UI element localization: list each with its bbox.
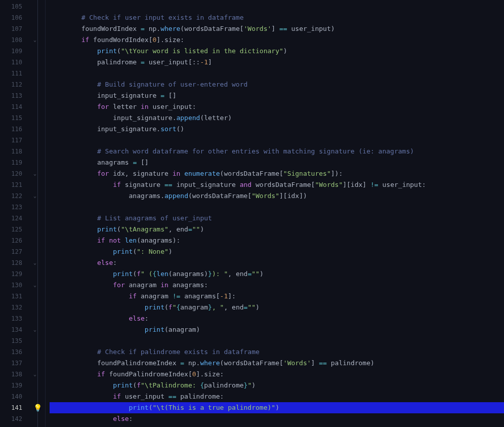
code-token: where [200, 359, 220, 367]
code-line[interactable]: print(f"{anagram}, ", end="") [50, 302, 504, 313]
code-line[interactable]: print(": None") [50, 246, 504, 257]
code-token: foundPalindromeIndex[ [105, 370, 192, 378]
code-line[interactable]: if foundPalindromeIndex[0].size: [50, 369, 504, 380]
code-line[interactable]: print("\t(This is a true palindrome)") [50, 402, 504, 413]
code-token [50, 281, 113, 289]
code-token: np. [184, 359, 200, 367]
code-token [50, 381, 113, 389]
code-line[interactable] [50, 1, 504, 12]
code-line[interactable]: if user_input == palindrome: [50, 391, 504, 402]
code-line[interactable]: # Search word dataframe for other entrie… [50, 146, 504, 157]
code-line[interactable]: if signature == input_signature and word… [50, 179, 504, 190]
code-token [50, 58, 97, 66]
line-number: 121 [0, 179, 31, 190]
code-line[interactable] [50, 68, 504, 79]
code-token: user_input[:: [145, 58, 200, 66]
code-token: (anagrams): [137, 237, 180, 244]
line-number: 124 [0, 213, 31, 224]
code-token: == [169, 393, 177, 400]
code-token: else [129, 315, 145, 322]
fold-marker-icon[interactable]: ⌄ [33, 190, 36, 202]
code-line[interactable]: anagrams = [] [50, 157, 504, 168]
code-token: ) [169, 248, 173, 255]
code-line[interactable]: if anagram != anagrams[-1]: [50, 291, 504, 302]
line-number: 136 [0, 346, 31, 358]
code-token [50, 147, 97, 155]
line-number: 115 [0, 112, 31, 124]
fold-marker-icon[interactable]: ⌄ [33, 324, 36, 335]
code-line[interactable] [50, 335, 504, 346]
code-token [50, 170, 97, 177]
code-token: anagrams [97, 159, 133, 166]
code-line[interactable]: else: [50, 257, 504, 268]
code-line[interactable]: else: [50, 313, 504, 324]
code-line[interactable]: anagrams.append(wordsDataFrame["Words"][… [50, 190, 504, 202]
code-editor[interactable]: 1051061071081091101111121131141151161171… [0, 0, 504, 427]
code-token: for [113, 281, 124, 289]
code-token: (wordsDataFrame[ [220, 170, 283, 177]
code-line[interactable]: for letter in user_input: [50, 101, 504, 112]
code-line[interactable] [50, 202, 504, 213]
code-token: "\t(This is a true palindrome)" [153, 404, 276, 411]
code-token: if [97, 370, 105, 378]
code-token: if [113, 393, 121, 400]
code-line[interactable]: # List anagrams of user_input [50, 213, 504, 224]
code-line[interactable]: foundWordIndex = np.where(wordsDataFrame… [50, 23, 504, 34]
code-line[interactable]: for anagram in anagrams: [50, 280, 504, 291]
code-token: "Signatures" [283, 170, 331, 177]
code-token: "\tAnagrams" [121, 225, 169, 233]
code-token [50, 370, 97, 378]
code-token: print [145, 326, 164, 333]
code-line[interactable]: if not len(anagrams): [50, 235, 504, 246]
code-line[interactable]: print(f" ({len(anagrams)}): ", end="") [50, 268, 504, 280]
code-token: palindrome [97, 58, 141, 66]
code-token: ][idx]) [279, 192, 307, 200]
code-token: , [169, 225, 177, 233]
code-token: ].size: [156, 36, 184, 44]
code-line[interactable]: input_signature.append(letter) [50, 112, 504, 124]
code-token [50, 348, 97, 356]
fold-marker-icon[interactable]: ⌄ [33, 34, 36, 46]
code-token: "\tYour word is listed in the dictionary… [121, 47, 283, 55]
fold-marker-icon[interactable]: ⌄ [33, 257, 36, 268]
code-token: ( [117, 47, 121, 55]
code-line[interactable]: input_signature.sort() [50, 124, 504, 135]
code-token: np. [145, 25, 160, 32]
fold-marker-icon[interactable]: ⌄ [33, 369, 36, 380]
code-line[interactable]: input_signature = [] [50, 90, 504, 101]
code-line[interactable]: foundPalindromeIndex = np.where(wordsDat… [50, 358, 504, 369]
code-line[interactable]: else: [50, 413, 504, 424]
code-token: anagram [180, 303, 208, 311]
code-line[interactable]: # Check if palindrome exists in datafram… [50, 346, 504, 358]
code-token: , [228, 270, 236, 278]
lightbulb-icon[interactable]: 💡 [33, 402, 42, 413]
code-line[interactable]: print(anagram) [50, 324, 504, 335]
code-token: == [319, 359, 327, 367]
fold-marker-icon[interactable]: ⌄ [33, 168, 36, 179]
code-token: print [113, 248, 133, 255]
code-line[interactable]: if foundWordIndex[0].size: [50, 34, 504, 46]
code-token [50, 303, 145, 311]
fold-marker-icon[interactable]: ⌄ [33, 280, 36, 291]
code-token [50, 192, 129, 200]
code-token [50, 404, 129, 411]
code-line[interactable]: print("\tYour word is listed in the dict… [50, 46, 504, 57]
code-area[interactable]: # Check if user input exists in datafram… [46, 0, 504, 427]
code-line[interactable]: palindrome = user_input[::-1] [50, 57, 504, 68]
code-line[interactable]: # Build signature of user-entered word [50, 79, 504, 90]
code-line[interactable]: print("\tAnagrams", end="") [50, 224, 504, 235]
line-number: 142 [0, 413, 31, 424]
code-token: append [164, 192, 188, 200]
line-number: 116 [0, 124, 31, 135]
code-token: signature [121, 181, 164, 188]
code-token: ): " [212, 270, 228, 278]
code-token: user_input [121, 393, 169, 400]
code-token: != [173, 292, 181, 300]
line-number: 129 [0, 268, 31, 280]
code-line[interactable]: for idx, signature in enumerate(wordsDat… [50, 168, 504, 179]
code-token: -1 [200, 58, 208, 66]
code-line[interactable] [50, 135, 504, 146]
code-token: ] [311, 359, 319, 367]
code-line[interactable]: # Check if user input exists in datafram… [50, 12, 504, 23]
code-line[interactable]: print(f"\tPalindrome: {palindrome}") [50, 380, 504, 391]
